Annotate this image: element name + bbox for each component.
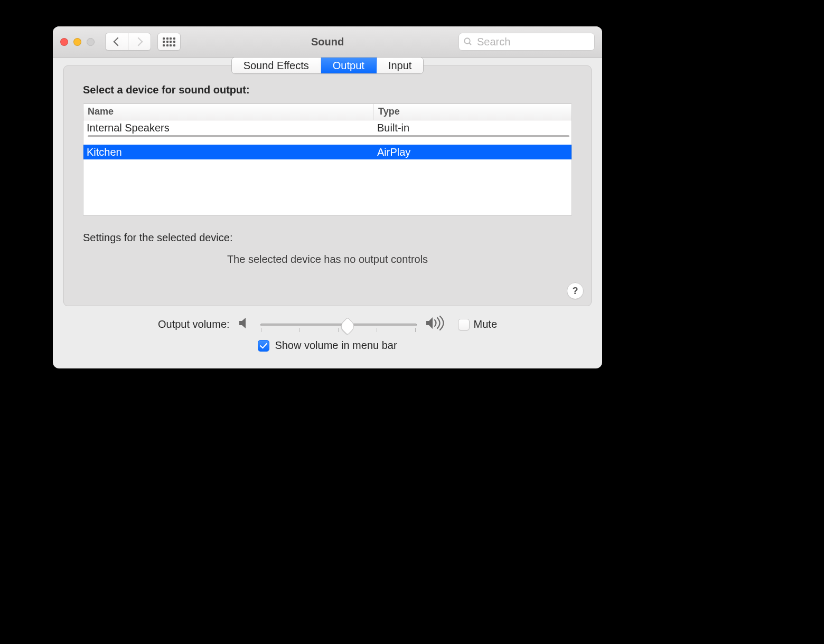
help-button[interactable]: ? [567,282,584,299]
show-in-menubar-row: Show volume in menu bar [74,339,581,352]
speaker-max-icon [425,316,446,333]
zoom-window-button[interactable] [87,38,95,46]
tab-output[interactable]: Output [321,58,377,73]
device-name: Kitchen [83,145,374,159]
output-volume-slider[interactable] [260,318,417,331]
show-in-menubar-checkbox[interactable] [258,340,269,352]
close-window-button[interactable] [60,38,68,46]
device-name: Internal Speakers [83,121,374,135]
footer: Output volume: [63,306,592,358]
table-body: Internal Speakers Built-in Kitchen AirPl… [83,120,572,215]
table-header: Name Type [83,104,572,120]
column-header-name[interactable]: Name [83,104,374,120]
column-header-type[interactable]: Type [374,104,572,120]
show-in-menubar-label: Show volume in menu bar [275,339,397,352]
window-controls [60,38,95,46]
output-device-table: Name Type Internal Speakers Built-in Kit… [83,103,572,216]
search-field[interactable] [458,33,595,51]
output-volume-label: Output volume: [158,318,230,330]
slider-ticks [260,328,417,332]
chevron-left-icon [114,37,123,46]
mute-control: Mute [458,318,497,330]
tab-input[interactable]: Input [377,58,423,73]
search-icon [463,37,473,46]
speaker-min-icon [238,317,252,332]
device-type: Built-in [374,121,572,135]
device-settings-label: Settings for the selected device: [83,232,572,244]
chevron-right-icon [134,37,143,46]
table-row[interactable]: Kitchen AirPlay [83,145,572,159]
grid-icon [163,37,175,46]
tab-bar: Sound Effects Output Input [63,57,592,74]
back-button[interactable] [105,33,128,51]
show-all-button[interactable] [157,33,181,51]
slider-track [260,324,417,326]
output-panel: Select a device for sound output: Name T… [63,65,592,306]
mute-label: Mute [474,318,497,330]
tab-sound-effects[interactable]: Sound Effects [232,58,321,73]
no-output-controls-text: The selected device has no output contro… [83,253,572,266]
sound-preferences-window: Sound Sound Effects Output Input Select … [53,26,602,368]
table-row[interactable]: Internal Speakers Built-in [83,120,572,135]
search-input[interactable] [476,35,590,49]
nav-button-group [105,33,151,51]
slider-knob[interactable] [339,317,357,335]
forward-button[interactable] [128,33,151,51]
output-volume-row: Output volume: [74,316,581,333]
mute-checkbox[interactable] [458,319,470,330]
svg-point-0 [464,38,470,44]
window-toolbar: Sound [53,26,602,58]
minimize-window-button[interactable] [73,38,81,46]
device-type: AirPlay [374,145,572,159]
help-icon: ? [573,286,578,297]
svg-line-1 [469,43,471,45]
output-section-title: Select a device for sound output: [83,84,572,96]
window-body: Sound Effects Output Input Select a devi… [53,57,602,368]
